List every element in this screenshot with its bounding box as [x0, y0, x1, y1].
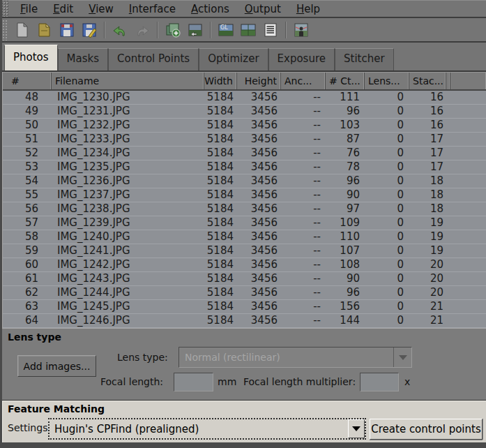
toolbar-separator [210, 22, 211, 38]
table-cell: IMG_1242.JPG [52, 258, 204, 271]
table-cell: -- [281, 174, 326, 188]
table-row[interactable]: 57IMG_1239.JPG51843456--109019 [3, 216, 486, 230]
table-row[interactable]: 60IMG_1242.JPG51843456--108020 [3, 258, 486, 272]
table-cell: 21 [409, 300, 446, 313]
column-header-filename[interactable]: Filename [52, 73, 204, 89]
table-cell: 16 [409, 91, 446, 104]
table-row[interactable]: 49IMG_1231.JPG51843456--96016 [3, 105, 486, 119]
toolbar-separator [285, 22, 287, 38]
column-header-ctrl-points[interactable]: # Ct... [326, 73, 365, 89]
table-cell: 3456 [237, 147, 281, 160]
tab-exposure[interactable]: Exposure [268, 48, 335, 70]
assistant-icon[interactable] [291, 20, 312, 40]
lens-type-select[interactable]: Normal (rectilinear) [179, 347, 412, 368]
tab-stitcher[interactable]: Stitcher [335, 48, 394, 70]
table-row[interactable]: 53IMG_1235.JPG51843456--78017 [3, 160, 486, 174]
toolbar-grip[interactable] [2, 20, 8, 40]
tab-photos[interactable]: Photos [4, 45, 58, 70]
table-row[interactable]: 58IMG_1240.JPG51843456--110019 [3, 230, 486, 244]
table-cell: 5184 [204, 272, 237, 285]
table-cell: 5184 [204, 202, 237, 216]
tab-masks[interactable]: Masks [58, 48, 108, 70]
table-cell: 20 [409, 286, 446, 299]
menu-help[interactable]: Help [289, 1, 328, 17]
table-cell: 56 [3, 202, 52, 216]
table-cell: 111 [326, 91, 365, 104]
add-images-icon[interactable] [162, 20, 183, 40]
focal-length-field[interactable] [174, 373, 213, 391]
table-cell: 50 [3, 119, 52, 132]
add-images-button[interactable]: Add images... [17, 355, 96, 377]
column-header-stack[interactable]: Stac... [409, 73, 446, 89]
table-row[interactable]: 59IMG_1241.JPG51843456--107019 [3, 244, 486, 258]
column-header-anchor[interactable]: Anc... [281, 73, 326, 89]
tab-optimizer[interactable]: Optimizer [199, 48, 268, 70]
table-row[interactable]: 50IMG_1232.JPG51843456--103016 [3, 119, 486, 133]
chevron-down-icon[interactable] [348, 419, 365, 438]
table-cell: -- [281, 230, 326, 244]
control-point-table-icon[interactable] [260, 20, 281, 40]
table-cell: 64 [3, 314, 52, 327]
new-project-icon[interactable] [12, 20, 33, 40]
table-cell: -- [281, 202, 326, 216]
table-cell: IMG_1231.JPG [52, 105, 204, 118]
table-cell: 110 [326, 230, 365, 244]
add-time-series-icon[interactable] [185, 20, 206, 40]
table-row[interactable]: 62IMG_1244.JPG51843456--96020 [3, 286, 486, 300]
undo-icon[interactable] [109, 20, 130, 40]
table-cell: IMG_1238.JPG [52, 202, 204, 216]
table-cell: 76 [326, 147, 365, 160]
table-cell: 5184 [204, 160, 237, 174]
column-header-lens[interactable]: Lens... [365, 73, 409, 89]
tab-control-points[interactable]: Control Points [108, 48, 199, 70]
table-cell: 96 [326, 105, 365, 118]
table-cell: 96 [326, 174, 365, 188]
focal-multiplier-label: Focal length multiplier: [243, 376, 356, 387]
menu-file[interactable]: File [13, 1, 45, 17]
table-cell: 0 [365, 272, 409, 285]
table-cell: -- [281, 119, 326, 132]
menu-view[interactable]: View [81, 1, 121, 17]
table-cell: 5184 [204, 314, 237, 327]
menu-bar: File Edit View Interface Actions Output … [2, 0, 486, 18]
cp-settings-select[interactable]: Hugin's CPFind (prealigned) [48, 418, 366, 440]
table-row[interactable]: 54IMG_1236.JPG51843456--96018 [3, 174, 486, 188]
column-header-number[interactable]: # [3, 73, 52, 89]
save-project-icon[interactable] [56, 20, 77, 40]
redo-icon[interactable] [132, 20, 153, 40]
table-row[interactable]: 51IMG_1233.JPG51843456--87017 [3, 133, 486, 147]
gl-preview-icon[interactable]: GL [215, 20, 236, 40]
save-as-icon[interactable] [79, 20, 100, 40]
focal-multiplier-field[interactable] [360, 373, 399, 391]
table-cell: -- [281, 272, 326, 285]
table-cell: IMG_1230.JPG [52, 91, 204, 104]
open-project-icon[interactable] [34, 20, 55, 40]
column-header-width[interactable]: Width [204, 73, 237, 89]
panorama-preview-icon[interactable] [238, 20, 259, 40]
menubar-grip[interactable] [2, 1, 8, 17]
table-cell: 3456 [237, 105, 281, 118]
table-cell: -- [281, 258, 326, 271]
menu-actions[interactable]: Actions [183, 1, 237, 17]
table-cell: 16 [409, 105, 446, 118]
table-cell: 90 [326, 188, 365, 202]
table-row[interactable]: 63IMG_1245.JPG51843456--156021 [3, 300, 486, 314]
menu-output[interactable]: Output [237, 1, 289, 17]
menu-interface[interactable]: Interface [121, 1, 183, 17]
table-cell: -- [281, 91, 326, 104]
table-row[interactable]: 56IMG_1238.JPG51843456--97018 [3, 202, 486, 216]
table-cell: 0 [365, 216, 409, 230]
table-cell: 5184 [204, 91, 237, 104]
create-control-points-button[interactable]: Create control points [370, 419, 483, 440]
table-row[interactable]: 55IMG_1237.JPG51843456--90018 [3, 188, 486, 202]
table-row[interactable]: 64IMG_1246.JPG51843456--144021 [3, 314, 486, 328]
table-row[interactable]: 48IMG_1230.JPG51843456--111016 [3, 91, 486, 105]
menu-edit[interactable]: Edit [45, 1, 81, 17]
table-row[interactable]: 61IMG_1243.JPG51843456--90020 [3, 272, 486, 286]
table-row[interactable]: 52IMG_1234.JPG51843456--76017 [3, 147, 486, 160]
table-cell: 48 [3, 91, 52, 104]
table-cell: 3456 [237, 230, 281, 244]
column-header-height[interactable]: Height [237, 73, 281, 89]
table-cell: 5184 [204, 119, 237, 132]
table-cell: 0 [365, 133, 409, 146]
